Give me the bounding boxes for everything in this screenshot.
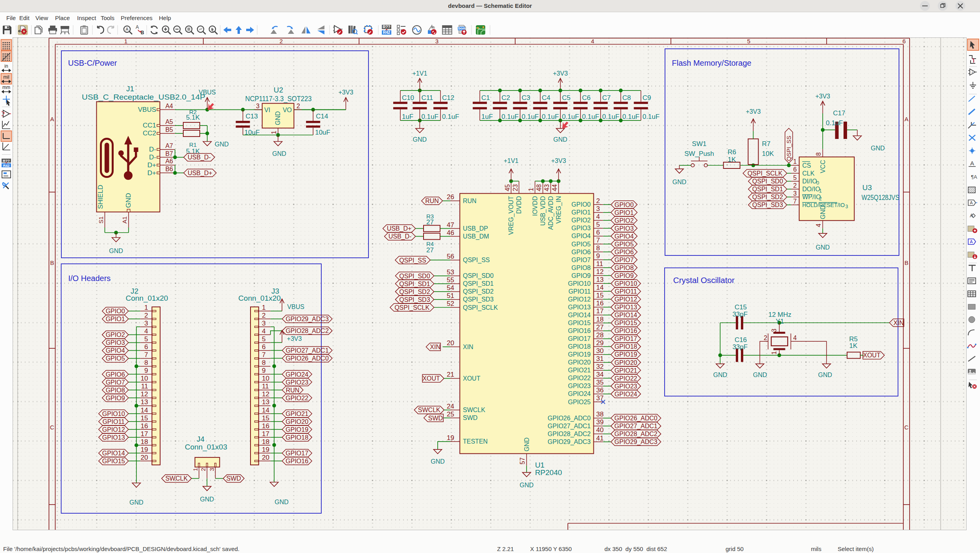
svg-text:GPIO24: GPIO24 xyxy=(286,371,308,378)
svg-text:B: B xyxy=(50,259,54,266)
svg-text:27: 27 xyxy=(426,246,434,254)
svg-text:+3V3: +3V3 xyxy=(553,70,568,77)
svg-text:QSPI_SCLK: QSPI_SCLK xyxy=(748,170,783,177)
svg-text:0.1uF: 0.1uF xyxy=(623,113,639,120)
svg-text:GPIO0: GPIO0 xyxy=(571,201,591,208)
svg-text:GPIO24: GPIO24 xyxy=(614,391,637,398)
svg-text:B6: B6 xyxy=(165,166,173,172)
svg-text:27: 27 xyxy=(426,218,434,226)
svg-text:DI/IO: DI/IO xyxy=(802,178,817,185)
svg-text:U2: U2 xyxy=(274,86,283,94)
svg-text:GPIO19: GPIO19 xyxy=(568,351,591,358)
svg-text:VCC: VCC xyxy=(820,160,826,173)
svg-text:17: 17 xyxy=(262,430,269,438)
svg-text:1: 1 xyxy=(192,468,199,471)
svg-text:GPIO23: GPIO23 xyxy=(568,383,591,389)
svg-text:29: 29 xyxy=(596,339,604,347)
svg-text:1: 1 xyxy=(793,158,797,165)
svg-text:C: C xyxy=(50,424,54,431)
svg-text:GPIO18: GPIO18 xyxy=(614,343,637,350)
svg-text:GND: GND xyxy=(523,437,530,451)
svg-text:GND: GND xyxy=(431,458,445,465)
svg-text:A: A xyxy=(50,116,54,122)
svg-text:GND: GND xyxy=(274,499,289,505)
svg-text:21: 21 xyxy=(447,371,454,378)
svg-text:USB_D-: USB_D- xyxy=(188,154,211,161)
svg-text:C8: C8 xyxy=(623,94,631,102)
svg-text:2: 2 xyxy=(596,197,600,205)
svg-text:QSPI_SD2: QSPI_SD2 xyxy=(399,289,430,296)
svg-text:12: 12 xyxy=(140,390,148,398)
svg-text:A1: A1 xyxy=(121,216,128,224)
svg-text:SWCLK: SWCLK xyxy=(463,407,485,413)
svg-text:VI: VI xyxy=(264,107,270,113)
svg-text:GND: GND xyxy=(413,136,427,143)
svg-text:4: 4 xyxy=(144,327,148,335)
svg-text:W25Q128JVS: W25Q128JVS xyxy=(862,193,899,202)
svg-text:B5: B5 xyxy=(165,126,173,133)
svg-text:18: 18 xyxy=(262,438,269,446)
svg-text:5: 5 xyxy=(747,38,750,44)
svg-text:QSPI_SD1: QSPI_SD1 xyxy=(399,281,430,288)
svg-text:1uF: 1uF xyxy=(481,113,493,120)
svg-text:11: 11 xyxy=(141,383,148,390)
svg-text:GPIO12: GPIO12 xyxy=(102,426,125,433)
svg-text:D+: D+ xyxy=(147,169,156,177)
svg-text:C3: C3 xyxy=(522,94,531,102)
svg-text:C9: C9 xyxy=(643,94,651,102)
svg-text:6: 6 xyxy=(144,343,148,351)
svg-text:6: 6 xyxy=(596,229,600,236)
svg-text:1: 1 xyxy=(771,351,777,355)
svg-text:GPIO3: GPIO3 xyxy=(614,225,634,232)
svg-text:GPIO28_ADC2: GPIO28_ADC2 xyxy=(286,327,328,335)
svg-text:mm: mm xyxy=(2,85,10,90)
svg-text:19: 19 xyxy=(262,446,269,453)
svg-text:RUN: RUN xyxy=(463,198,477,204)
svg-text:R??: R?? xyxy=(383,25,390,29)
svg-text:GPIO20: GPIO20 xyxy=(568,359,591,366)
svg-text:XOUT: XOUT xyxy=(863,352,881,359)
svg-text:GPIO6: GPIO6 xyxy=(614,249,634,255)
svg-text:57: 57 xyxy=(519,457,526,464)
svg-text:B7: B7 xyxy=(165,150,173,157)
svg-text:16: 16 xyxy=(262,422,269,430)
svg-text:B: B xyxy=(904,259,908,266)
svg-text:GPIO20: GPIO20 xyxy=(614,359,637,366)
svg-text:U3: U3 xyxy=(862,183,872,192)
svg-text:GPIO22: GPIO22 xyxy=(568,375,591,381)
svg-text:1: 1 xyxy=(262,304,265,311)
svg-text:RUN: RUN xyxy=(425,198,439,204)
svg-text:VBUS: VBUS xyxy=(199,89,216,96)
svg-text:XOUT: XOUT xyxy=(463,375,481,382)
svg-text:55: 55 xyxy=(447,276,454,284)
svg-text:34: 34 xyxy=(596,371,604,378)
svg-text:R42: R42 xyxy=(3,164,10,168)
svg-text:GPIO12: GPIO12 xyxy=(614,296,637,303)
svg-text:C5: C5 xyxy=(562,94,571,102)
svg-text:52: 52 xyxy=(447,300,454,307)
svg-text:SWD: SWD xyxy=(463,414,477,421)
svg-text:15: 15 xyxy=(140,414,148,422)
svg-text:R7: R7 xyxy=(762,140,771,148)
svg-text:31: 31 xyxy=(596,355,604,363)
svg-text:5.1K: 5.1K xyxy=(186,114,200,121)
svg-text:GPIO14: GPIO14 xyxy=(614,312,637,318)
svg-text:GPIO15: GPIO15 xyxy=(568,320,591,326)
svg-text:GPIO0: GPIO0 xyxy=(106,308,125,314)
svg-text:QSPI_SS: QSPI_SS xyxy=(463,257,490,264)
svg-text:DVDD: DVDD xyxy=(516,196,522,214)
svg-text:0.1uF: 0.1uF xyxy=(643,113,659,120)
svg-text:GND: GND xyxy=(272,150,286,157)
svg-text:A4: A4 xyxy=(165,103,173,109)
svg-text:GPIO25: GPIO25 xyxy=(568,399,591,405)
svg-text:QSPI_SD2: QSPI_SD2 xyxy=(463,288,494,295)
svg-text:26: 26 xyxy=(447,193,454,201)
svg-text:GPIO15: GPIO15 xyxy=(614,320,637,326)
svg-text:+3V3: +3V3 xyxy=(338,89,353,96)
svg-text:VBUS: VBUS xyxy=(287,303,304,310)
svg-text:IOVDD: IOVDD xyxy=(532,196,538,216)
svg-text:A: A xyxy=(904,116,908,122)
svg-text:38: 38 xyxy=(596,411,604,418)
svg-text:3: 3 xyxy=(256,103,260,109)
svg-text:XOUT: XOUT xyxy=(422,375,440,382)
